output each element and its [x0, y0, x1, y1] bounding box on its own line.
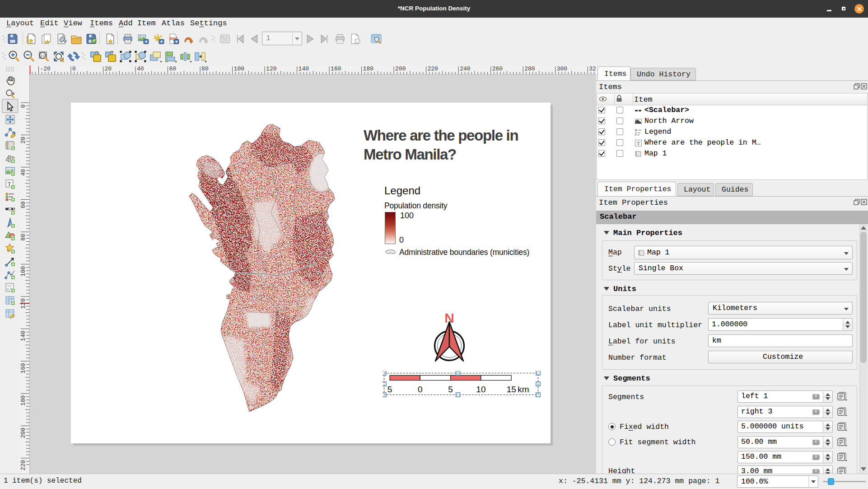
svg-text:320: 320	[589, 66, 596, 72]
svg-text:300: 300	[557, 66, 567, 72]
svg-text:80: 80	[20, 234, 27, 241]
svg-text:T: T	[637, 141, 640, 146]
svg-text:60: 60	[169, 66, 177, 72]
svg-text:0: 0	[72, 66, 76, 72]
svg-text:60: 60	[20, 202, 27, 209]
svg-text:-20: -20	[40, 66, 51, 72]
svg-text:160: 160	[331, 66, 341, 72]
svg-text:20: 20	[105, 66, 112, 72]
svg-text:100: 100	[20, 266, 27, 277]
svg-text:200: 200	[395, 66, 406, 72]
svg-text:1:1: 1:1	[41, 54, 45, 57]
svg-text:5: 5	[387, 385, 392, 394]
svg-text:5: 5	[448, 385, 453, 394]
svg-text:140: 140	[299, 66, 309, 72]
svg-text:240: 240	[460, 66, 470, 72]
svg-text:10: 10	[476, 385, 485, 394]
svg-text:80: 80	[201, 66, 209, 72]
svg-text:160: 160	[20, 363, 27, 373]
svg-text:km: km	[518, 385, 529, 394]
svg-text:200: 200	[20, 428, 27, 438]
svg-text:140: 140	[20, 331, 27, 341]
svg-text:220: 220	[20, 460, 27, 470]
svg-text:180: 180	[20, 395, 27, 406]
svg-text:260: 260	[492, 66, 503, 72]
svg-text:20: 20	[20, 137, 27, 144]
svg-text:280: 280	[524, 66, 535, 72]
svg-text:40: 40	[20, 169, 27, 176]
svg-text:100: 100	[234, 66, 244, 72]
svg-text:0: 0	[418, 385, 423, 394]
svg-text:40: 40	[137, 66, 144, 72]
svg-text:120: 120	[266, 66, 276, 72]
svg-text:15: 15	[507, 385, 516, 394]
svg-text:180: 180	[363, 66, 373, 72]
svg-text:0: 0	[20, 104, 27, 108]
svg-text:220: 220	[428, 66, 438, 72]
